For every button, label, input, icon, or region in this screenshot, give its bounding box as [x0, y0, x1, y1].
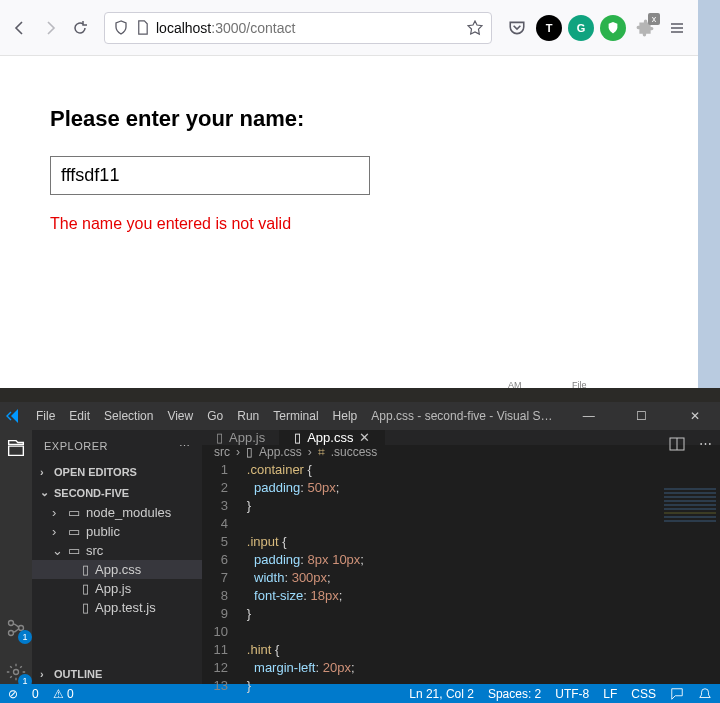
- activity-explorer-icon[interactable]: [4, 436, 28, 460]
- explorer-title: EXPLORER: [44, 440, 108, 452]
- url-bar[interactable]: localhost:3000/contact: [104, 12, 492, 44]
- extension-shield-icon[interactable]: [600, 15, 626, 41]
- explorer-sidebar: EXPLORER ⋯ ›OPEN EDITORS ⌄SECOND-FIVE ›▭…: [32, 430, 202, 684]
- section-workspace[interactable]: ⌄SECOND-FIVE: [32, 482, 202, 503]
- menu-selection[interactable]: Selection: [104, 409, 153, 423]
- vscode-logo-icon: [6, 407, 22, 425]
- file-icon: ▯: [216, 430, 223, 445]
- extension-t-icon[interactable]: T: [536, 15, 562, 41]
- page-heading: Please enter your name:: [50, 106, 648, 132]
- split-editor-icon[interactable]: [669, 436, 685, 452]
- editor-group: ▯App.js ▯App.css✕ ⋯ src› ▯App.css› ⌗.suc…: [202, 430, 720, 684]
- minimap[interactable]: [660, 486, 720, 684]
- file-icon: ▯: [82, 600, 89, 615]
- extension-g-icon[interactable]: G: [568, 15, 594, 41]
- symbol-icon: ⌗: [318, 445, 325, 459]
- activity-scm-icon[interactable]: 1: [4, 616, 28, 640]
- line-gutter: 1 2 3 4 5 6 7 8 9 10 11 12 13: [202, 459, 236, 697]
- menu-edit[interactable]: Edit: [69, 409, 90, 423]
- browser-window: localhost:3000/contact T G x Please ente…: [0, 0, 698, 388]
- browser-toolbar: localhost:3000/contact T G x: [0, 0, 698, 56]
- menu-help[interactable]: Help: [333, 409, 358, 423]
- bookmark-star-icon[interactable]: [467, 20, 483, 36]
- menu-run[interactable]: Run: [237, 409, 259, 423]
- url-text: localhost:3000/contact: [156, 20, 295, 36]
- file-icon: ▯: [246, 445, 253, 459]
- file-icon: ▯: [82, 581, 89, 596]
- tree-file-app-test-js[interactable]: ▯App.test.js: [32, 598, 202, 617]
- file-icon: ▯: [294, 430, 301, 445]
- tree-public[interactable]: ›▭public: [32, 522, 202, 541]
- editor-more-icon[interactable]: ⋯: [699, 436, 712, 452]
- explorer-more-icon[interactable]: ⋯: [179, 440, 191, 453]
- app-menu-icon[interactable]: [664, 15, 690, 41]
- pocket-icon[interactable]: [504, 15, 530, 41]
- settings-badge: 1: [18, 674, 32, 688]
- menu-go[interactable]: Go: [207, 409, 223, 423]
- tab-app-js[interactable]: ▯App.js: [202, 430, 280, 445]
- status-remote-icon[interactable]: ⊘: [8, 687, 18, 701]
- validation-hint: The name you entered is not valid: [50, 215, 648, 233]
- tab-close-icon[interactable]: ✕: [359, 430, 370, 445]
- bg-label-am: AM: [508, 380, 522, 390]
- extension-puzzle-icon[interactable]: x: [632, 15, 658, 41]
- folder-icon: ▭: [68, 543, 80, 558]
- breadcrumb[interactable]: src› ▯App.css› ⌗.success: [202, 445, 720, 459]
- shield-icon: [113, 20, 129, 36]
- tree-file-app-css[interactable]: ▯App.css: [32, 560, 202, 579]
- window-title: App.css - second-five - Visual Studio ..…: [371, 409, 555, 423]
- activity-search-icon[interactable]: [4, 572, 28, 596]
- section-outline[interactable]: ›OUTLINE: [32, 664, 202, 684]
- forward-button[interactable]: [38, 16, 62, 40]
- bg-label-file: File: [572, 380, 587, 390]
- folder-icon: ▭: [68, 505, 80, 520]
- status-errors[interactable]: 0: [32, 687, 39, 701]
- right-desktop-fill: [698, 0, 720, 388]
- window-maximize[interactable]: ☐: [622, 409, 661, 423]
- svg-point-1: [9, 631, 14, 636]
- window-close[interactable]: ✕: [675, 409, 714, 423]
- scm-badge: 1: [18, 630, 32, 644]
- window-minimize[interactable]: —: [569, 409, 608, 423]
- tree-src[interactable]: ⌄▭src: [32, 541, 202, 560]
- folder-icon: ▭: [68, 524, 80, 539]
- menu-terminal[interactable]: Terminal: [273, 409, 318, 423]
- name-input[interactable]: [50, 156, 370, 195]
- page-icon: [135, 20, 150, 35]
- activity-settings-icon[interactable]: 1: [4, 660, 28, 684]
- source-code[interactable]: .container { padding: 50px; } .input { p…: [236, 459, 364, 697]
- vscode-titlebar: File Edit Selection View Go Run Terminal…: [0, 402, 720, 430]
- tree-node-modules[interactable]: ›▭node_modules: [32, 503, 202, 522]
- background-window-strip: AM File: [0, 388, 720, 402]
- file-icon: ▯: [82, 562, 89, 577]
- back-button[interactable]: [8, 16, 32, 40]
- tree-file-app-js[interactable]: ▯App.js: [32, 579, 202, 598]
- vscode-window: File Edit Selection View Go Run Terminal…: [0, 402, 720, 703]
- tab-app-css[interactable]: ▯App.css✕: [280, 430, 385, 445]
- svg-point-0: [9, 621, 14, 626]
- status-warnings[interactable]: ⚠ 0: [53, 687, 74, 701]
- section-open-editors[interactable]: ›OPEN EDITORS: [32, 462, 202, 482]
- url-rest: :3000/contact: [211, 20, 295, 36]
- menu-file[interactable]: File: [36, 409, 55, 423]
- url-host: localhost: [156, 20, 211, 36]
- menu-view[interactable]: View: [167, 409, 193, 423]
- puzzle-disabled-badge: x: [648, 13, 660, 25]
- activity-bar: 1 1: [0, 430, 32, 684]
- reload-button[interactable]: [68, 16, 92, 40]
- svg-point-3: [14, 670, 19, 675]
- page-content: Please enter your name: The name you ent…: [0, 56, 698, 283]
- editor-tabs: ▯App.js ▯App.css✕: [202, 430, 720, 445]
- code-editor[interactable]: 1 2 3 4 5 6 7 8 9 10 11 12 13 .container…: [202, 459, 720, 697]
